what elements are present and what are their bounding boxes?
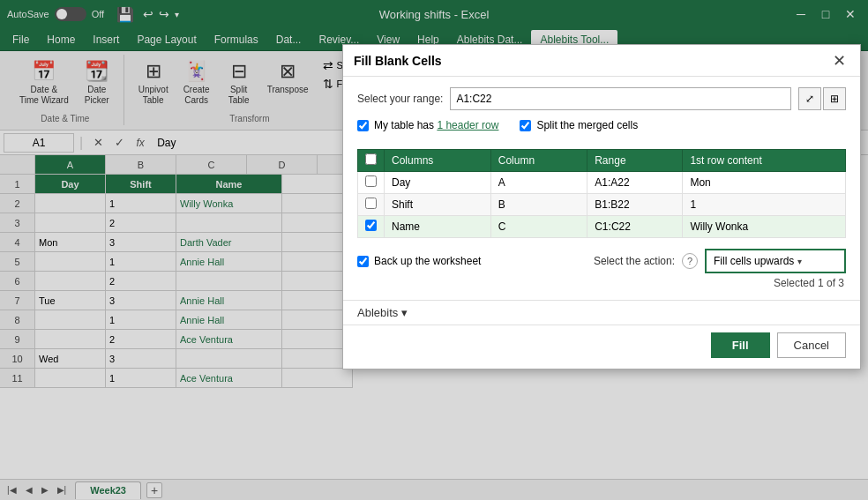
range-expand-button[interactable]: ⤢ — [798, 87, 821, 110]
row-day-content: Mon — [683, 172, 846, 194]
action-dropdown[interactable]: Fill cells upwards ▾ — [705, 249, 846, 273]
col-header-column: Column — [490, 150, 587, 172]
dialog-title-bar: Fill Blank Cells ✕ — [343, 45, 860, 77]
ablebits-bar: Ablebits ▾ — [343, 300, 860, 325]
table-row: Shift B B1:B22 1 — [358, 194, 846, 216]
row-name-range: C1:C22 — [587, 216, 683, 238]
columns-table-body: Day A A1:A22 Mon Shift B B1:B22 1 — [358, 172, 846, 238]
col-header-content: 1st row content — [683, 150, 846, 172]
row-name-column: C — [490, 216, 587, 238]
columns-table: Columns Column Range 1st row content Day… — [357, 149, 846, 238]
dialog-body: Select your range: ⤢ ⊞ My table has 1 he… — [343, 77, 860, 300]
ablebits-label[interactable]: Ablebits ▾ — [357, 306, 408, 319]
row-shift-checkbox-cell — [358, 194, 385, 216]
select-all-checkbox[interactable] — [365, 153, 377, 165]
row-name-name: Name — [385, 216, 491, 238]
header-row-link[interactable]: 1 header row — [437, 119, 498, 131]
cancel-button[interactable]: Cancel — [777, 332, 846, 358]
table-row: Day A A1:A22 Mon — [358, 172, 846, 194]
header-row-checkbox[interactable] — [357, 120, 369, 131]
dialog-buttons: Fill Cancel — [343, 325, 860, 369]
row-day-range: A1:A22 — [587, 172, 683, 194]
footer-right: Select the action: ? Fill cells upwards … — [594, 249, 846, 273]
fill-blank-cells-dialog: Fill Blank Cells ✕ Select your range: ⤢ … — [342, 44, 861, 369]
col-header-range: Range — [587, 150, 683, 172]
columns-header-row: Columns Column Range 1st row content — [358, 150, 846, 172]
action-value: Fill cells upwards — [714, 255, 794, 267]
range-icons: ⤢ ⊞ — [798, 87, 846, 110]
table-row: Name C C1:C22 Willy Wonka — [358, 216, 846, 238]
row-shift-checkbox[interactable] — [365, 198, 377, 209]
range-label: Select your range: — [357, 93, 443, 105]
row-day-checkbox[interactable] — [365, 175, 377, 187]
row-day-column: A — [490, 172, 587, 194]
backup-label: Back up the worksheet — [374, 255, 481, 267]
row-name-checkbox-cell — [358, 216, 385, 238]
dialog-title: Fill Blank Cells — [354, 54, 828, 68]
row-shift-range: B1:B22 — [587, 194, 683, 216]
split-merged-checkbox-row: Split the merged cells — [520, 119, 638, 131]
footer-left: Back up the worksheet — [357, 255, 481, 267]
excel-window: AutoSave Off 💾 ↩ ↪ ▾ Working shifts - Ex… — [0, 0, 868, 500]
range-input[interactable] — [450, 87, 791, 110]
col-header-columns: Columns — [385, 150, 491, 172]
header-row-checkbox-row: My table has 1 header row — [357, 119, 498, 131]
range-row: Select your range: ⤢ ⊞ — [357, 87, 846, 110]
help-icon[interactable]: ? — [682, 253, 698, 269]
backup-checkbox[interactable] — [357, 256, 369, 267]
row-shift-column: B — [490, 194, 587, 216]
split-merged-label: Split the merged cells — [536, 119, 638, 131]
fill-button[interactable]: Fill — [711, 332, 770, 358]
row-name-checkbox[interactable] — [365, 220, 377, 231]
columns-table-header: Columns Column Range 1st row content — [358, 150, 846, 172]
dropdown-arrow-icon: ▾ — [797, 257, 802, 266]
col-header-checkbox — [358, 150, 385, 172]
row-shift-name: Shift — [385, 194, 491, 216]
split-merged-checkbox[interactable] — [520, 120, 531, 131]
dialog-footer-row: Back up the worksheet Select the action:… — [357, 249, 846, 273]
selected-count: Selected 1 of 3 — [774, 277, 844, 289]
range-select-button[interactable]: ⊞ — [823, 87, 846, 110]
row-shift-content: 1 — [683, 194, 846, 216]
options-row: My table has 1 header row Split the merg… — [357, 119, 846, 140]
row-name-content: Willy Wonka — [683, 216, 846, 238]
dialog-close-button[interactable]: ✕ — [828, 50, 849, 71]
header-row-label: My table has 1 header row — [374, 119, 498, 131]
row-day-name: Day — [385, 172, 491, 194]
selected-count-row: Selected 1 of 3 — [357, 277, 846, 289]
action-label: Select the action: — [594, 255, 675, 267]
row-day-checkbox-cell — [358, 172, 385, 194]
